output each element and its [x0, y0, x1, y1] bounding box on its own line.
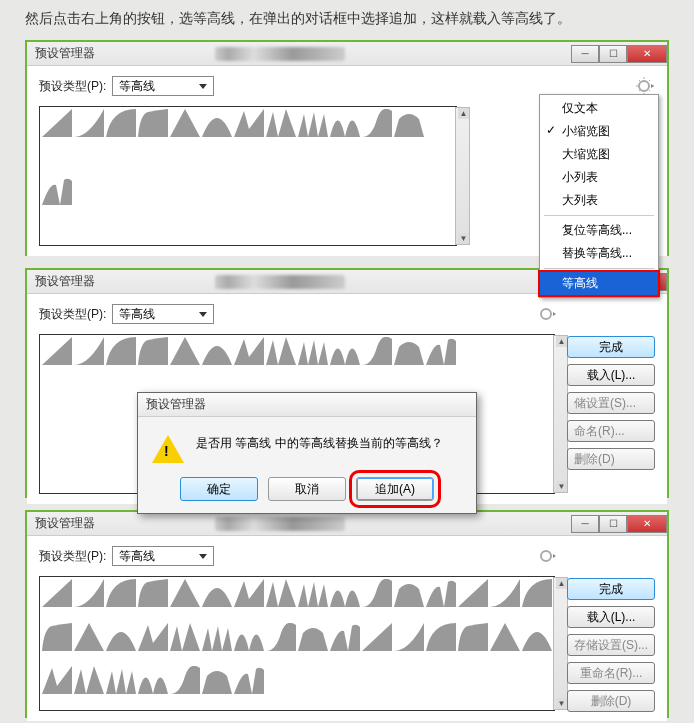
- contour-thumb[interactable]: [362, 623, 392, 651]
- contour-thumb[interactable]: [426, 337, 456, 365]
- contour-thumb[interactable]: [42, 109, 72, 137]
- menu-replace-contours[interactable]: 替换等高线...: [540, 242, 658, 265]
- menu-contours-highlighted[interactable]: 等高线: [538, 270, 660, 297]
- menu-text-only[interactable]: 仅文本: [540, 97, 658, 120]
- contour-thumb[interactable]: [74, 623, 104, 651]
- contour-thumb[interactable]: [202, 579, 232, 607]
- contour-thumb[interactable]: [42, 623, 72, 651]
- menu-small-list[interactable]: 小列表: [540, 166, 658, 189]
- contour-thumb[interactable]: [394, 579, 424, 607]
- contour-thumb[interactable]: [298, 109, 328, 137]
- contour-thumb[interactable]: [138, 337, 168, 365]
- contour-thumb[interactable]: [74, 109, 104, 137]
- contour-thumb[interactable]: [106, 623, 136, 651]
- delete-button[interactable]: 删除(D): [567, 448, 655, 470]
- preset-type-select[interactable]: 等高线: [112, 546, 214, 566]
- close-button[interactable]: ✕: [627, 515, 667, 533]
- contour-thumb[interactable]: [362, 579, 392, 607]
- scroll-down[interactable]: ▼: [458, 233, 469, 244]
- menu-large-list[interactable]: 大列表: [540, 189, 658, 212]
- contour-thumb[interactable]: [362, 109, 392, 137]
- scroll-up[interactable]: ▲: [556, 578, 567, 589]
- contour-thumb[interactable]: [266, 337, 296, 365]
- maximize-button[interactable]: ☐: [599, 515, 627, 533]
- maximize-button[interactable]: ☐: [599, 45, 627, 63]
- contour-thumb[interactable]: [234, 109, 264, 137]
- preset-type-select[interactable]: 等高线: [112, 76, 214, 96]
- contour-thumb[interactable]: [394, 109, 424, 137]
- contour-thumb[interactable]: [266, 109, 296, 137]
- minimize-button[interactable]: ─: [571, 515, 599, 533]
- contour-thumb[interactable]: [74, 666, 104, 694]
- scroll-up[interactable]: ▲: [458, 108, 469, 119]
- contour-thumb[interactable]: [234, 337, 264, 365]
- contour-thumb[interactable]: [330, 579, 360, 607]
- contour-thumb[interactable]: [266, 579, 296, 607]
- contour-thumb[interactable]: [42, 579, 72, 607]
- load-button[interactable]: 载入(L)...: [567, 364, 655, 386]
- contour-thumb[interactable]: [42, 666, 72, 694]
- contour-thumb[interactable]: [490, 623, 520, 651]
- rename-button[interactable]: 命名(R)...: [567, 420, 655, 442]
- contour-thumb[interactable]: [42, 337, 72, 365]
- contour-thumb[interactable]: [298, 579, 328, 607]
- delete-button[interactable]: 删除(D): [567, 690, 655, 712]
- ok-button[interactable]: 确定: [180, 477, 258, 501]
- contour-thumb[interactable]: [74, 337, 104, 365]
- contour-thumb[interactable]: [426, 623, 456, 651]
- contour-thumb[interactable]: [522, 579, 552, 607]
- save-settings-button[interactable]: 储设置(S)...: [567, 392, 655, 414]
- menu-small-thumbnail[interactable]: 小缩览图: [540, 120, 658, 143]
- cancel-button[interactable]: 取消: [268, 477, 346, 501]
- contour-thumb[interactable]: [138, 666, 168, 694]
- contour-thumb[interactable]: [330, 623, 360, 651]
- contour-thumb[interactable]: [202, 666, 232, 694]
- menu-large-thumbnail[interactable]: 大缩览图: [540, 143, 658, 166]
- contour-thumb[interactable]: [394, 337, 424, 365]
- contour-thumb[interactable]: [138, 109, 168, 137]
- contour-thumb[interactable]: [330, 337, 360, 365]
- contour-thumb[interactable]: [234, 623, 264, 651]
- contour-thumb[interactable]: [170, 623, 200, 651]
- contour-thumb[interactable]: [458, 579, 488, 607]
- scroll-up[interactable]: ▲: [556, 336, 567, 347]
- contour-thumb[interactable]: [202, 337, 232, 365]
- preset-type-select[interactable]: 等高线: [112, 304, 214, 324]
- gear-icon[interactable]: [635, 76, 655, 96]
- contour-thumb[interactable]: [202, 109, 232, 137]
- contour-thumb[interactable]: [42, 177, 72, 205]
- contour-thumb[interactable]: [74, 579, 104, 607]
- done-button[interactable]: 完成: [567, 578, 655, 600]
- contour-thumb[interactable]: [458, 623, 488, 651]
- contour-thumb[interactable]: [138, 579, 168, 607]
- contour-thumb[interactable]: [362, 337, 392, 365]
- minimize-button[interactable]: ─: [571, 45, 599, 63]
- load-button[interactable]: 载入(L)...: [567, 606, 655, 628]
- contour-thumb[interactable]: [330, 109, 360, 137]
- contour-thumb[interactable]: [490, 579, 520, 607]
- gear-icon[interactable]: [537, 546, 557, 566]
- contour-thumb[interactable]: [234, 666, 264, 694]
- contour-thumb[interactable]: [138, 623, 168, 651]
- append-button[interactable]: 追加(A): [356, 477, 434, 501]
- scroll-down[interactable]: ▼: [556, 481, 567, 492]
- contour-thumb[interactable]: [266, 623, 296, 651]
- contour-thumb[interactable]: [106, 109, 136, 137]
- scroll-down[interactable]: ▼: [556, 698, 567, 709]
- contour-thumb[interactable]: [426, 579, 456, 607]
- contour-thumb[interactable]: [106, 337, 136, 365]
- contour-thumb[interactable]: [170, 666, 200, 694]
- contour-thumb[interactable]: [170, 579, 200, 607]
- contour-thumb[interactable]: [522, 623, 552, 651]
- menu-reset-contours[interactable]: 复位等高线...: [540, 219, 658, 242]
- contour-thumb[interactable]: [298, 623, 328, 651]
- done-button[interactable]: 完成: [567, 336, 655, 358]
- contour-thumb[interactable]: [234, 579, 264, 607]
- gear-icon[interactable]: [537, 304, 557, 324]
- contour-thumb[interactable]: [106, 666, 136, 694]
- contour-thumb[interactable]: [106, 579, 136, 607]
- contour-thumb[interactable]: [170, 109, 200, 137]
- contour-thumb[interactable]: [298, 337, 328, 365]
- contour-thumb[interactable]: [202, 623, 232, 651]
- contour-thumb[interactable]: [394, 623, 424, 651]
